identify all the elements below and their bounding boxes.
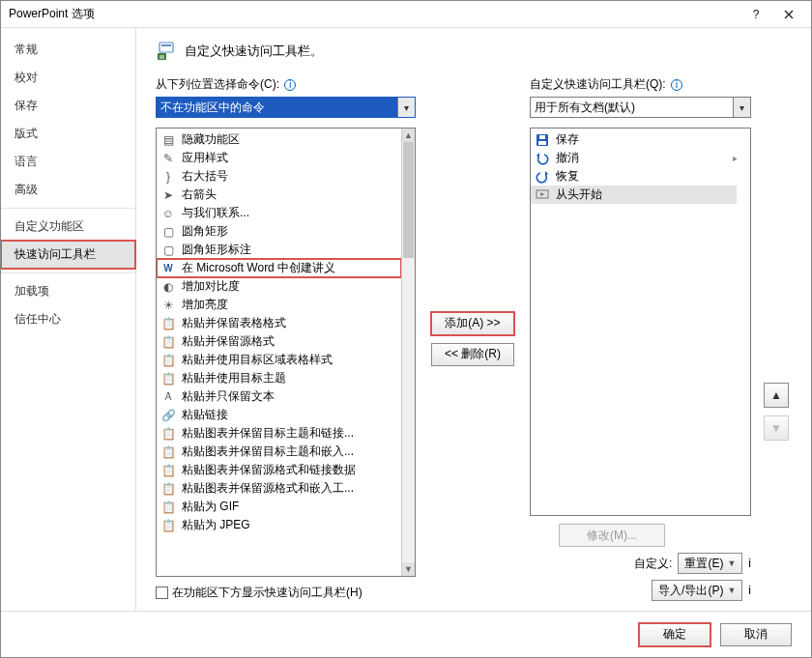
close-button[interactable] xyxy=(772,1,805,28)
paste-icon: 📋 xyxy=(160,481,176,497)
list-item[interactable]: ✎应用样式 xyxy=(157,149,401,167)
remove-button[interactable]: << 删除(R) xyxy=(431,343,514,366)
list-item-undo[interactable]: 撤消▸ xyxy=(531,149,737,167)
right-combo-label: 自定义快速访问工具栏(Q): i xyxy=(530,76,751,93)
svg-rect-0 xyxy=(160,43,173,52)
info-icon[interactable]: i xyxy=(284,79,296,91)
show-below-ribbon-row: 在功能区下方显示快速访问工具栏(H) xyxy=(156,585,416,601)
reorder-buttons: ▲ ▼ xyxy=(761,221,792,601)
below-right-controls: 修改(M)... 自定义: 重置(E)▼ i 导入/导出(P)▼ i xyxy=(530,524,751,601)
list-item[interactable]: 🔗粘贴链接 xyxy=(157,406,401,424)
sidebar-item-save[interactable]: 保存 xyxy=(1,92,135,120)
svg-rect-4 xyxy=(538,141,546,145)
list-item[interactable]: ☀增加亮度 xyxy=(157,296,401,314)
reset-dropdown[interactable]: 重置(E)▼ xyxy=(678,553,742,574)
undo-icon xyxy=(535,151,550,166)
svg-rect-5 xyxy=(539,135,545,139)
sidebar-item-qat[interactable]: 快速访问工具栏 xyxy=(1,241,135,269)
customize-for-combo[interactable]: 用于所有文档(默认) ▾ xyxy=(530,97,751,118)
chevron-down-icon: ▼ xyxy=(727,586,736,595)
sidebar-item-proofing[interactable]: 校对 xyxy=(1,64,135,92)
list-item[interactable]: 📋粘贴图表并保留目标主题和嵌入... xyxy=(157,443,401,461)
sidebar-item-language[interactable]: 语言 xyxy=(1,148,135,176)
list-item-from-beginning[interactable]: 从头开始 xyxy=(531,186,737,204)
list-item[interactable]: ☺与我们联系... xyxy=(157,204,401,222)
list-item[interactable]: Ａ粘贴并只保留文本 xyxy=(157,387,401,406)
info-icon[interactable]: i xyxy=(671,79,682,91)
list-item[interactable]: ▢圆角矩形 xyxy=(157,222,401,241)
scrollbar[interactable]: ▲ ▼ xyxy=(401,129,415,576)
list-item[interactable]: ◐增加对比度 xyxy=(157,277,401,296)
paste-text-icon: Ａ xyxy=(160,389,176,405)
list-item[interactable]: 📋粘贴为 GIF xyxy=(157,498,401,516)
paste-icon: 📋 xyxy=(160,463,176,478)
list-item[interactable]: 📋粘贴图表并保留目标主题和链接... xyxy=(157,424,401,443)
qat-listbox[interactable]: 保存 撤消▸ 恢复 从头开始 xyxy=(530,128,751,516)
options-dialog: PowerPoint 选项 ? 常规 校对 保存 版式 语言 高级 自定义功能区… xyxy=(0,0,812,658)
show-below-ribbon-label: 在功能区下方显示快速访问工具栏(H) xyxy=(172,585,362,601)
list-item[interactable]: ➤右箭头 xyxy=(157,186,401,204)
list-item[interactable]: 📋粘贴图表并保留源格式和链接数据 xyxy=(157,461,401,479)
show-below-ribbon-checkbox[interactable] xyxy=(156,586,168,599)
sidebar-item-layout[interactable]: 版式 xyxy=(1,120,135,148)
list-item[interactable]: ▢圆角矩形标注 xyxy=(157,241,401,259)
link-icon: 🔗 xyxy=(160,408,176,423)
contact-icon: ☺ xyxy=(160,206,176,221)
commands-listbox[interactable]: ▤隐藏功能区 ✎应用样式 }右大括号 ➤右箭头 ☺与我们联系... ▢圆角矩形 … xyxy=(156,128,416,577)
paste-icon: 📋 xyxy=(160,426,176,442)
qat-icon xyxy=(156,40,179,63)
listbox-inner: ▤隐藏功能区 ✎应用样式 }右大括号 ➤右箭头 ☺与我们联系... ▢圆角矩形 … xyxy=(157,129,401,576)
slideshow-icon xyxy=(535,187,550,203)
window-title: PowerPoint 选项 xyxy=(7,6,740,22)
sidebar-item-trust[interactable]: 信任中心 xyxy=(1,305,135,333)
scroll-thumb[interactable] xyxy=(403,142,414,258)
two-column-area: 从下列位置选择命令(C): i 不在功能区中的命令 ▾ ▤隐藏功能区 ✎应用样式… xyxy=(156,76,792,601)
scroll-up-icon[interactable]: ▲ xyxy=(402,129,415,142)
move-up-button[interactable]: ▲ xyxy=(764,383,789,408)
paste-icon: 📋 xyxy=(160,444,176,460)
choose-commands-combo[interactable]: 不在功能区中的命令 ▾ xyxy=(156,97,416,118)
category-sidebar: 常规 校对 保存 版式 语言 高级 自定义功能区 快速访问工具栏 加载项 信任中… xyxy=(1,28,136,611)
middle-buttons: 添加(A) >> << 删除(R) xyxy=(425,76,520,601)
dialog-body: 常规 校对 保存 版式 语言 高级 自定义功能区 快速访问工具栏 加载项 信任中… xyxy=(1,28,811,611)
list-item-save[interactable]: 保存 xyxy=(531,130,737,149)
save-icon xyxy=(535,132,550,148)
info-icon[interactable]: i xyxy=(748,584,751,597)
modify-button[interactable]: 修改(M)... xyxy=(559,524,665,547)
add-button[interactable]: 添加(A) >> xyxy=(431,312,514,335)
list-item[interactable]: 📋粘贴并使用目标区域表格样式 xyxy=(157,351,401,369)
hide-icon: ▤ xyxy=(160,132,176,148)
list-item[interactable]: 📋粘贴并使用目标主题 xyxy=(157,369,401,387)
list-item[interactable]: 📋粘贴并保留表格格式 xyxy=(157,314,401,332)
paste-icon: 📋 xyxy=(160,371,176,386)
chevron-down-icon: ▾ xyxy=(397,98,415,117)
help-button[interactable]: ? xyxy=(740,1,772,28)
sidebar-item-advanced[interactable]: 高级 xyxy=(1,176,135,204)
info-icon[interactable]: i xyxy=(748,557,751,570)
list-item[interactable]: 📋粘贴并保留源格式 xyxy=(157,332,401,351)
sidebar-item-general[interactable]: 常规 xyxy=(1,36,135,64)
listbox-inner: 保存 撤消▸ 恢复 从头开始 xyxy=(531,129,737,515)
paste-icon: 📋 xyxy=(160,518,176,533)
redo-icon xyxy=(535,169,550,185)
sidebar-item-addins[interactable]: 加载项 xyxy=(1,277,135,305)
section-title: 自定义快速访问工具栏。 xyxy=(185,43,323,60)
list-item[interactable]: 📋粘贴图表并保留源格式和嵌入工... xyxy=(157,479,401,498)
divider xyxy=(1,272,135,273)
scroll-down-icon[interactable]: ▼ xyxy=(402,562,415,576)
list-item-word-handouts[interactable]: W在 Microsoft Word 中创建讲义 xyxy=(157,259,401,277)
ok-button[interactable]: 确定 xyxy=(639,623,710,646)
list-item[interactable]: }右大括号 xyxy=(157,167,401,186)
list-item[interactable]: ▤隐藏功能区 xyxy=(157,130,401,149)
brace-icon: } xyxy=(160,169,176,185)
titlebar: PowerPoint 选项 ? xyxy=(1,1,811,28)
paste-icon: 📋 xyxy=(160,353,176,368)
move-down-button[interactable]: ▼ xyxy=(764,415,789,441)
sidebar-item-customize-ribbon[interactable]: 自定义功能区 xyxy=(1,213,135,241)
cancel-button[interactable]: 取消 xyxy=(720,623,792,646)
list-item-redo[interactable]: 恢复 xyxy=(531,167,737,186)
import-export-dropdown[interactable]: 导入/导出(P)▼ xyxy=(652,580,742,601)
paste-icon: 📋 xyxy=(160,500,176,515)
list-item[interactable]: 📋粘贴为 JPEG xyxy=(157,516,401,534)
callout-icon: ▢ xyxy=(160,243,176,258)
